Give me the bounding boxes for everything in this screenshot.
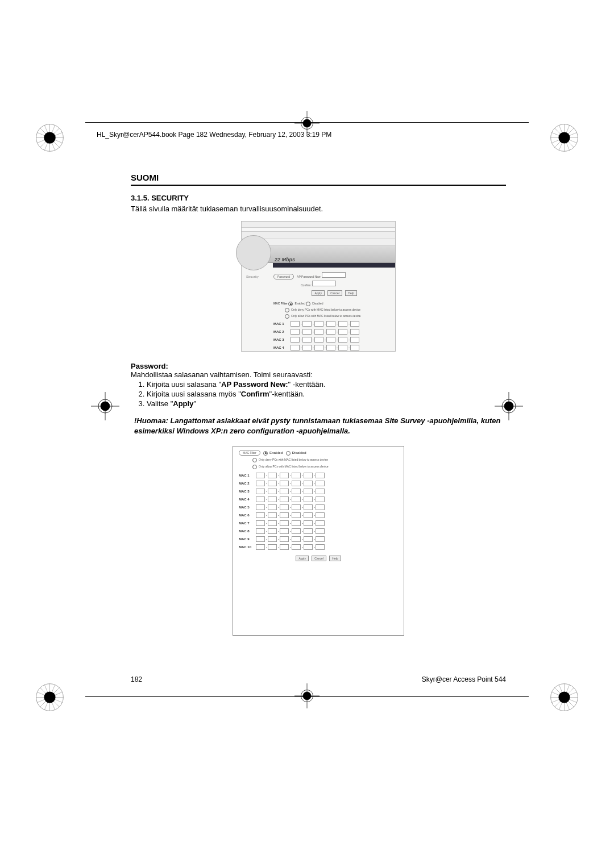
mac-octet-field bbox=[302, 345, 312, 350]
mac-octet-field bbox=[280, 520, 289, 526]
macfilter-pill: MAC Filter bbox=[239, 450, 260, 456]
mac-octet-field bbox=[304, 536, 313, 542]
mac-octet-field bbox=[316, 528, 325, 534]
mac-label: MAC 8 bbox=[239, 529, 256, 533]
steps-list: Kirjoita uusi salasana "AP Password New:… bbox=[131, 380, 506, 408]
mac-row: MAC 4----- bbox=[273, 345, 395, 350]
mac-octet-field bbox=[256, 489, 265, 494]
reg-mark-top-right bbox=[549, 122, 580, 153]
mac-label: MAC 4 bbox=[273, 346, 291, 349]
mac-octet-field bbox=[316, 496, 325, 502]
mac-octet-field bbox=[268, 473, 277, 478]
mac-octet-field bbox=[338, 345, 347, 350]
mac-octet-field bbox=[280, 544, 289, 550]
mac-octet-field bbox=[280, 504, 289, 510]
mac-octet-field bbox=[292, 504, 301, 510]
step-item: Kirjoita uusi salasana "AP Password New:… bbox=[147, 380, 506, 389]
enabled-radio-icon bbox=[288, 302, 293, 306]
help-button: Help bbox=[329, 556, 341, 561]
disabled-radio-icon bbox=[286, 451, 291, 456]
mac-octet-field bbox=[304, 489, 313, 494]
mac-octet-field bbox=[302, 321, 312, 327]
page: HL_Skyr@cerAP544.book Page 182 Wednesday… bbox=[85, 91, 529, 683]
step-bold: AP Password New: bbox=[221, 380, 288, 389]
mac-octet-field bbox=[268, 489, 277, 494]
mac-octet-field bbox=[280, 473, 289, 478]
mac-octet-field bbox=[292, 496, 301, 502]
mac-label: MAC 5 bbox=[239, 506, 256, 509]
ap-pw-label: AP Password New: bbox=[297, 275, 321, 278]
mac-octet-field bbox=[256, 520, 265, 526]
mac-octet-field bbox=[280, 481, 289, 486]
mac-octet-field bbox=[268, 504, 277, 510]
step-bold: Confirm bbox=[241, 390, 269, 398]
allow-radio-icon bbox=[252, 465, 257, 469]
allow-radio-icon bbox=[285, 314, 289, 319]
mac-octet-field bbox=[350, 345, 359, 350]
mac-octet-field bbox=[292, 489, 301, 494]
mac-octet-field bbox=[280, 489, 289, 494]
mac-octet-field bbox=[256, 544, 265, 550]
mac-octet-field bbox=[268, 512, 277, 518]
sidebar-security: Security bbox=[246, 275, 259, 278]
mac-octet-field bbox=[304, 528, 313, 534]
book-header: HL_Skyr@cerAP544.book Page 182 Wednesday… bbox=[97, 131, 529, 139]
mac-octet-field bbox=[304, 481, 313, 486]
mac-octet-field bbox=[316, 504, 325, 510]
mac-octet-field bbox=[291, 337, 300, 343]
mac-octet-field bbox=[292, 520, 301, 526]
logo-image bbox=[236, 235, 271, 270]
mac-octet-field bbox=[304, 473, 313, 478]
note-text: !Huomaa: Langattomat asiakkaat eivät pys… bbox=[134, 416, 503, 436]
mac-octet-field bbox=[314, 329, 323, 335]
step-item: Kirjoita uusi salasana myös "Confirm"-ke… bbox=[147, 390, 506, 398]
mac-octet-field bbox=[326, 329, 335, 335]
enabled-label2: Enabled bbox=[269, 451, 283, 454]
apply-button: Apply bbox=[312, 290, 325, 296]
mac-octet-field bbox=[256, 528, 265, 534]
mac-row: MAC 8----- bbox=[239, 528, 398, 534]
reg-mark-bottom-left bbox=[34, 682, 65, 713]
svg-point-54 bbox=[303, 692, 311, 700]
confirm-field bbox=[312, 281, 336, 286]
mac-octet-field bbox=[291, 321, 300, 327]
content-block: SUOMI 3.1.5. SECURITY Tällä sivulla määr… bbox=[131, 173, 506, 636]
mac-octet-field bbox=[256, 481, 265, 486]
mac-octet-field bbox=[302, 337, 312, 343]
page-number: 182 bbox=[131, 675, 142, 683]
mac-label: MAC 2 bbox=[273, 330, 291, 333]
mac-octet-field bbox=[292, 536, 301, 542]
mac-octet-field bbox=[268, 536, 277, 542]
mac-octet-field bbox=[316, 512, 325, 518]
mac-octet-field bbox=[314, 345, 323, 350]
mac-octet-field bbox=[338, 337, 347, 343]
mac-octet-field bbox=[326, 345, 335, 350]
mac-row: MAC 4----- bbox=[239, 496, 398, 502]
mac-row: MAC 9----- bbox=[239, 536, 398, 542]
deny-text: Only deny PCs with MAC listed below to a… bbox=[291, 308, 360, 311]
deny-radio-icon bbox=[285, 308, 289, 312]
screenshot-security-top: 22 Mbps Security Password AP Password Ne… bbox=[241, 221, 396, 352]
mac-octet-field bbox=[256, 473, 265, 478]
mac-octet-field bbox=[256, 496, 265, 502]
mac-octet-field bbox=[316, 489, 325, 494]
mac-octet-field bbox=[326, 321, 335, 327]
screenshot-macfilter: MAC Filter Enabled Disabled Only deny PC… bbox=[233, 446, 404, 636]
mac-octet-field bbox=[304, 520, 313, 526]
mac-octet-field bbox=[338, 329, 347, 335]
mac-label: MAC 1 bbox=[239, 474, 256, 477]
mac-octet-field bbox=[304, 512, 313, 518]
mac-octet-field bbox=[316, 473, 325, 478]
confirm-label: Confirm: bbox=[301, 283, 312, 287]
allow-text2: Only allow PCs with MAC listed below to … bbox=[259, 465, 329, 468]
mac-row: MAC 7----- bbox=[239, 520, 398, 526]
mac-label: MAC 3 bbox=[273, 338, 291, 341]
mac-octet-field bbox=[338, 321, 347, 327]
mac-row: MAC 1----- bbox=[273, 321, 395, 327]
mac-row: MAC 2----- bbox=[273, 329, 395, 335]
apply-button: Apply bbox=[296, 556, 309, 561]
mac-octet-field bbox=[292, 544, 301, 550]
mac-octet-field bbox=[292, 528, 301, 534]
mac-octet-field bbox=[256, 512, 265, 518]
mac-octet-field bbox=[280, 528, 289, 534]
